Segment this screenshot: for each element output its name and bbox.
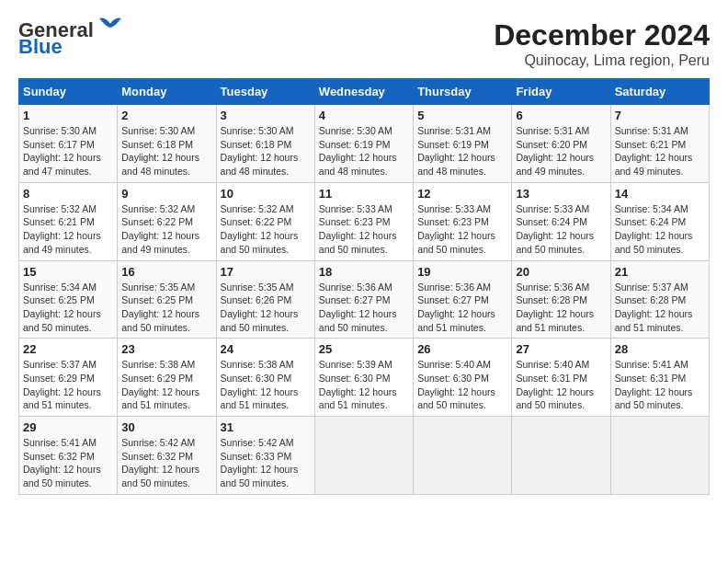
day-number: 31: [221, 420, 311, 434]
day-info: Sunrise: 5:36 AM Sunset: 6:27 PM Dayligh…: [417, 281, 507, 335]
table-row: 17 Sunrise: 5:35 AM Sunset: 6:26 PM Dayl…: [216, 260, 314, 339]
day-number: 12: [417, 187, 507, 201]
table-row: 13 Sunrise: 5:33 AM Sunset: 6:24 PM Dayl…: [512, 182, 610, 260]
day-number: 3: [221, 109, 311, 122]
day-number: 14: [615, 187, 705, 201]
day-info: Sunrise: 5:38 AM Sunset: 6:30 PM Dayligh…: [221, 358, 311, 412]
day-info: Sunrise: 5:34 AM Sunset: 6:25 PM Dayligh…: [23, 281, 113, 335]
table-row: 16 Sunrise: 5:35 AM Sunset: 6:25 PM Dayl…: [118, 260, 216, 339]
table-row: 14 Sunrise: 5:34 AM Sunset: 6:24 PM Dayl…: [610, 182, 709, 260]
table-row: 19 Sunrise: 5:36 AM Sunset: 6:27 PM Dayl…: [414, 260, 512, 339]
logo: General Blue: [18, 18, 125, 59]
day-number: 8: [23, 187, 113, 201]
header-friday: Friday: [512, 79, 610, 105]
day-number: 2: [121, 109, 211, 122]
day-info: Sunrise: 5:30 AM Sunset: 6:18 PM Dayligh…: [221, 124, 311, 178]
day-info: Sunrise: 5:31 AM Sunset: 6:20 PM Dayligh…: [516, 124, 606, 178]
calendar-week-1: 1 Sunrise: 5:30 AM Sunset: 6:17 PM Dayli…: [19, 105, 710, 183]
table-row: 3 Sunrise: 5:30 AM Sunset: 6:18 PM Dayli…: [216, 105, 314, 183]
day-number: 30: [121, 420, 211, 434]
table-row: [414, 417, 512, 495]
day-number: 19: [417, 265, 507, 279]
day-info: Sunrise: 5:33 AM Sunset: 6:24 PM Dayligh…: [516, 202, 606, 257]
day-info: Sunrise: 5:36 AM Sunset: 6:28 PM Dayligh…: [516, 281, 606, 335]
page-subtitle: Quinocay, Lima region, Peru: [494, 52, 710, 69]
table-row: [314, 417, 413, 495]
day-info: Sunrise: 5:42 AM Sunset: 6:33 PM Dayligh…: [221, 436, 311, 490]
day-info: Sunrise: 5:41 AM Sunset: 6:32 PM Dayligh…: [23, 436, 113, 490]
table-row: 11 Sunrise: 5:33 AM Sunset: 6:23 PM Dayl…: [314, 182, 413, 260]
day-number: 20: [516, 265, 606, 279]
day-info: Sunrise: 5:37 AM Sunset: 6:29 PM Dayligh…: [23, 358, 113, 412]
day-number: 29: [23, 420, 113, 434]
table-row: 10 Sunrise: 5:32 AM Sunset: 6:22 PM Dayl…: [216, 182, 314, 260]
table-row: 30 Sunrise: 5:42 AM Sunset: 6:32 PM Dayl…: [118, 417, 216, 495]
table-row: [512, 417, 610, 495]
table-row: 27 Sunrise: 5:40 AM Sunset: 6:31 PM Dayl…: [512, 339, 610, 417]
day-info: Sunrise: 5:35 AM Sunset: 6:25 PM Dayligh…: [121, 281, 211, 335]
table-row: 1 Sunrise: 5:30 AM Sunset: 6:17 PM Dayli…: [19, 105, 118, 183]
day-number: 9: [121, 187, 211, 201]
day-number: 11: [319, 187, 409, 201]
day-number: 23: [121, 342, 211, 356]
table-row: 8 Sunrise: 5:32 AM Sunset: 6:21 PM Dayli…: [19, 182, 118, 260]
day-number: 22: [23, 342, 113, 356]
day-number: 18: [319, 265, 409, 279]
day-info: Sunrise: 5:32 AM Sunset: 6:22 PM Dayligh…: [221, 202, 311, 257]
day-number: 4: [319, 109, 409, 122]
table-row: 7 Sunrise: 5:31 AM Sunset: 6:21 PM Dayli…: [610, 105, 709, 183]
table-row: 18 Sunrise: 5:36 AM Sunset: 6:27 PM Dayl…: [314, 260, 413, 339]
table-row: 31 Sunrise: 5:42 AM Sunset: 6:33 PM Dayl…: [216, 417, 314, 495]
header-monday: Monday: [118, 79, 216, 105]
logo-text-blue: Blue: [18, 35, 63, 59]
day-info: Sunrise: 5:32 AM Sunset: 6:22 PM Dayligh…: [121, 202, 211, 257]
calendar-header-row: Sunday Monday Tuesday Wednesday Thursday…: [19, 79, 710, 105]
day-number: 1: [23, 109, 113, 122]
day-number: 13: [516, 187, 606, 201]
table-row: 6 Sunrise: 5:31 AM Sunset: 6:20 PM Dayli…: [512, 105, 610, 183]
table-row: 2 Sunrise: 5:30 AM Sunset: 6:18 PM Dayli…: [118, 105, 216, 183]
calendar-week-2: 8 Sunrise: 5:32 AM Sunset: 6:21 PM Dayli…: [19, 182, 710, 260]
day-info: Sunrise: 5:30 AM Sunset: 6:19 PM Dayligh…: [319, 124, 409, 178]
calendar-week-4: 22 Sunrise: 5:37 AM Sunset: 6:29 PM Dayl…: [19, 339, 710, 417]
day-number: 25: [319, 342, 409, 356]
table-row: [610, 417, 709, 495]
calendar-week-3: 15 Sunrise: 5:34 AM Sunset: 6:25 PM Dayl…: [19, 260, 710, 339]
table-row: 21 Sunrise: 5:37 AM Sunset: 6:28 PM Dayl…: [610, 260, 709, 339]
table-row: 12 Sunrise: 5:33 AM Sunset: 6:23 PM Dayl…: [414, 182, 512, 260]
day-info: Sunrise: 5:31 AM Sunset: 6:19 PM Dayligh…: [417, 124, 507, 178]
day-number: 7: [615, 109, 705, 122]
day-info: Sunrise: 5:42 AM Sunset: 6:32 PM Dayligh…: [121, 436, 211, 490]
table-row: 4 Sunrise: 5:30 AM Sunset: 6:19 PM Dayli…: [314, 105, 413, 183]
day-number: 16: [121, 265, 211, 279]
table-row: 28 Sunrise: 5:41 AM Sunset: 6:31 PM Dayl…: [610, 339, 709, 417]
day-info: Sunrise: 5:35 AM Sunset: 6:26 PM Dayligh…: [221, 281, 311, 335]
day-info: Sunrise: 5:39 AM Sunset: 6:30 PM Dayligh…: [319, 358, 409, 412]
calendar-table: Sunday Monday Tuesday Wednesday Thursday…: [18, 78, 710, 495]
table-row: 29 Sunrise: 5:41 AM Sunset: 6:32 PM Dayl…: [19, 417, 118, 495]
table-row: 22 Sunrise: 5:37 AM Sunset: 6:29 PM Dayl…: [19, 339, 118, 417]
table-row: 9 Sunrise: 5:32 AM Sunset: 6:22 PM Dayli…: [118, 182, 216, 260]
header-tuesday: Tuesday: [216, 79, 314, 105]
day-info: Sunrise: 5:34 AM Sunset: 6:24 PM Dayligh…: [615, 202, 705, 257]
header-thursday: Thursday: [414, 79, 512, 105]
day-info: Sunrise: 5:31 AM Sunset: 6:21 PM Dayligh…: [615, 124, 705, 178]
day-number: 28: [615, 342, 705, 356]
day-info: Sunrise: 5:30 AM Sunset: 6:17 PM Dayligh…: [23, 124, 113, 178]
day-info: Sunrise: 5:41 AM Sunset: 6:31 PM Dayligh…: [615, 358, 705, 412]
day-number: 26: [417, 342, 507, 356]
title-block: December 2024 Quinocay, Lima region, Per…: [494, 18, 710, 69]
table-row: 25 Sunrise: 5:39 AM Sunset: 6:30 PM Dayl…: [314, 339, 413, 417]
day-info: Sunrise: 5:38 AM Sunset: 6:29 PM Dayligh…: [121, 358, 211, 412]
header-wednesday: Wednesday: [314, 79, 413, 105]
day-number: 15: [23, 265, 113, 279]
day-info: Sunrise: 5:40 AM Sunset: 6:30 PM Dayligh…: [417, 358, 507, 412]
day-info: Sunrise: 5:33 AM Sunset: 6:23 PM Dayligh…: [319, 202, 409, 257]
day-info: Sunrise: 5:33 AM Sunset: 6:23 PM Dayligh…: [417, 202, 507, 257]
day-number: 6: [516, 109, 606, 122]
calendar-week-5: 29 Sunrise: 5:41 AM Sunset: 6:32 PM Dayl…: [19, 417, 710, 495]
header-saturday: Saturday: [610, 79, 709, 105]
table-row: 26 Sunrise: 5:40 AM Sunset: 6:30 PM Dayl…: [414, 339, 512, 417]
day-number: 21: [615, 265, 705, 279]
day-info: Sunrise: 5:32 AM Sunset: 6:21 PM Dayligh…: [23, 202, 113, 257]
